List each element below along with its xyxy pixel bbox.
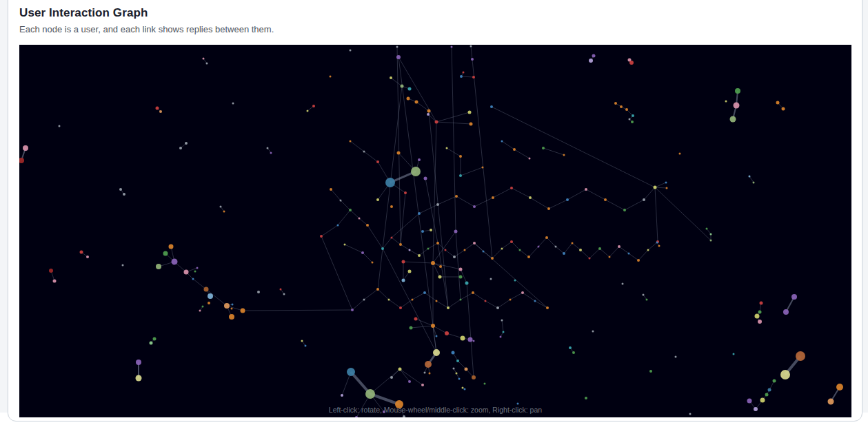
page-subtitle: Each node is a user, and each link shows… (19, 24, 851, 34)
force-graph-svg (19, 45, 851, 417)
graph-canvas[interactable]: Left-click: rotate, Mouse-wheel/middle-c… (19, 45, 851, 417)
page-title: User Interaction Graph (19, 6, 851, 20)
links-layer (21, 46, 840, 417)
graph-card: User Interaction Graph Each node is a us… (8, 0, 862, 421)
page-gutter-left (0, 0, 8, 413)
page-gutter-right (862, 0, 868, 413)
